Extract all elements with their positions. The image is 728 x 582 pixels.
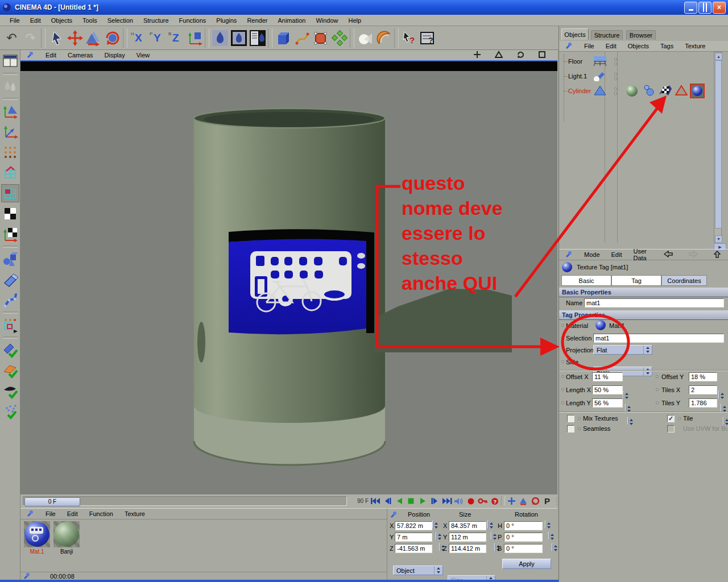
- lock-z-axis-icon[interactable]: ZB: [166, 28, 185, 48]
- edge-mode-icon[interactable]: [2, 164, 19, 181]
- attributes-menu-mode[interactable]: Mode: [578, 251, 606, 258]
- offset-y-stepper[interactable]: [718, 391, 719, 399]
- selection-field[interactable]: mat1: [593, 334, 724, 343]
- size-z-field[interactable]: 114.412 m: [449, 544, 486, 553]
- rotate-view-icon[interactable]: [511, 51, 530, 60]
- add-deformer-icon[interactable]: [374, 28, 393, 48]
- material-banji[interactable]: Banji: [52, 521, 81, 562]
- autokey-icon[interactable]: [477, 496, 488, 506]
- record-rotation-icon[interactable]: [530, 496, 541, 506]
- menu-functions[interactable]: Functions: [174, 16, 212, 25]
- coordinate-system-icon[interactable]: [185, 28, 204, 48]
- panel-pin-icon[interactable]: [20, 510, 40, 518]
- object-axis-mode-icon[interactable]: [2, 123, 19, 140]
- object-row-light1[interactable]: Light.1: [564, 69, 706, 83]
- add-light-icon[interactable]: [355, 28, 374, 48]
- position-z-stepper[interactable]: [439, 543, 440, 551]
- history-forward-icon[interactable]: [683, 251, 704, 259]
- pan-view-icon[interactable]: [468, 51, 487, 60]
- record-icon[interactable]: [465, 496, 476, 506]
- viewport[interactable]: [20, 61, 557, 494]
- material-banji-thumbnail[interactable]: [53, 521, 80, 547]
- scene-info-icon[interactable]: ?: [419, 28, 437, 48]
- tiles-y-stepper[interactable]: [723, 417, 724, 425]
- panel-pin-icon[interactable]: [559, 251, 578, 259]
- selection-tag-icon[interactable]: [675, 85, 688, 97]
- length-y-field[interactable]: 56 %: [592, 398, 623, 408]
- materials-menu-texture[interactable]: Texture: [119, 510, 151, 517]
- animation-help-icon[interactable]: ?: [489, 496, 500, 506]
- object-tool-icon[interactable]: [2, 251, 19, 268]
- size-x-stepper[interactable]: [487, 521, 489, 529]
- panel-pin-icon[interactable]: [20, 51, 40, 59]
- add-hypernurbs-icon[interactable]: [311, 28, 330, 48]
- position-y-stepper[interactable]: [436, 532, 437, 540]
- ik-bones-icon[interactable]: [2, 292, 19, 309]
- timeline-slider[interactable]: 0 F: [24, 497, 80, 506]
- materials-menu-file[interactable]: File: [40, 510, 61, 517]
- menu-window[interactable]: Window: [311, 16, 343, 25]
- model-mode-icon[interactable]: [2, 103, 19, 120]
- offset-x-stepper[interactable]: [623, 391, 624, 399]
- material-mat1-thumbnail[interactable]: [24, 521, 50, 547]
- play-backward-icon[interactable]: [394, 496, 404, 506]
- scroll-down-arrow[interactable]: ▼: [715, 235, 722, 243]
- length-x-stepper[interactable]: [625, 404, 626, 412]
- next-frame-icon[interactable]: [429, 496, 440, 506]
- position-x-stepper[interactable]: [432, 521, 433, 529]
- record-scale-icon[interactable]: [518, 496, 529, 506]
- length-y-stepper[interactable]: [627, 417, 628, 425]
- phong-tag-icon[interactable]: [642, 84, 656, 98]
- material-value[interactable]: Mat.1: [609, 322, 625, 329]
- rotation-b-field[interactable]: 0 °: [504, 544, 543, 553]
- minimize-button[interactable]: [684, 2, 697, 14]
- objects-menu-texture[interactable]: Texture: [679, 43, 711, 49]
- offset-y-field[interactable]: 18 %: [689, 372, 717, 381]
- seamless-checkbox[interactable]: [567, 425, 574, 433]
- enable-tools-toggle-icon[interactable]: [2, 342, 19, 359]
- menu-objects[interactable]: Objects: [46, 16, 77, 25]
- object-row-floor[interactable]: Floor: [564, 55, 706, 68]
- render-disabled-icon[interactable]: [2, 78, 19, 95]
- lock-y-axis-icon[interactable]: YP: [147, 28, 166, 48]
- lock-x-axis-icon[interactable]: XH: [129, 28, 147, 48]
- objects-menu-edit[interactable]: Edit: [600, 43, 622, 49]
- move-tool-icon[interactable]: [65, 28, 84, 48]
- light-icon[interactable]: [593, 70, 607, 82]
- layout-icon[interactable]: [2, 53, 19, 70]
- objects-menu-tags[interactable]: Tags: [655, 43, 679, 49]
- scale-tool-icon[interactable]: [84, 28, 103, 48]
- render-view-icon[interactable]: [210, 28, 229, 48]
- tab-objects[interactable]: Objects: [561, 28, 589, 40]
- name-field[interactable]: mat1: [584, 298, 724, 307]
- enable-generators-toggle-icon[interactable]: [2, 362, 19, 379]
- menu-edit[interactable]: Edit: [25, 16, 46, 25]
- tiles-x-stepper[interactable]: [721, 404, 722, 412]
- texture-tag-icon[interactable]: [690, 84, 705, 98]
- position-y-field[interactable]: 7 m: [395, 533, 432, 542]
- workplane-icon[interactable]: [2, 271, 19, 288]
- undo-icon[interactable]: ↶: [2, 28, 21, 48]
- projection-dropdown[interactable]: Flat: [593, 345, 652, 355]
- rotation-p-stepper[interactable]: [548, 532, 549, 540]
- record-parameter-icon[interactable]: P: [542, 496, 553, 506]
- mix-textures-checkbox[interactable]: [567, 415, 574, 422]
- size-x-field[interactable]: 84.357 m: [449, 521, 486, 530]
- rotation-b-stepper[interactable]: [552, 543, 553, 551]
- viewport-menu-cameras[interactable]: Cameras: [62, 52, 99, 59]
- rotation-p-field[interactable]: 0 °: [504, 533, 543, 542]
- polygon-mode-icon[interactable]: [2, 185, 19, 202]
- add-cube-object-icon[interactable]: [274, 28, 292, 48]
- restore-button[interactable]: [698, 2, 712, 14]
- point-mode-icon[interactable]: [2, 144, 19, 161]
- menu-selection[interactable]: Selection: [102, 16, 138, 25]
- tab-tag[interactable]: Tag: [611, 275, 661, 286]
- floor-icon[interactable]: [593, 55, 607, 68]
- objects-vertical-scrollbar[interactable]: ▲ ▼: [714, 52, 722, 243]
- attributes-menu-edit[interactable]: Edit: [606, 251, 628, 258]
- object-cylinder-label[interactable]: Cylinder: [568, 88, 592, 94]
- viewport-menu-edit[interactable]: Edit: [40, 52, 62, 59]
- tiles-x-field[interactable]: 2: [689, 385, 717, 394]
- size-z-stepper[interactable]: [494, 543, 495, 551]
- render-active-view-icon[interactable]: [229, 28, 248, 48]
